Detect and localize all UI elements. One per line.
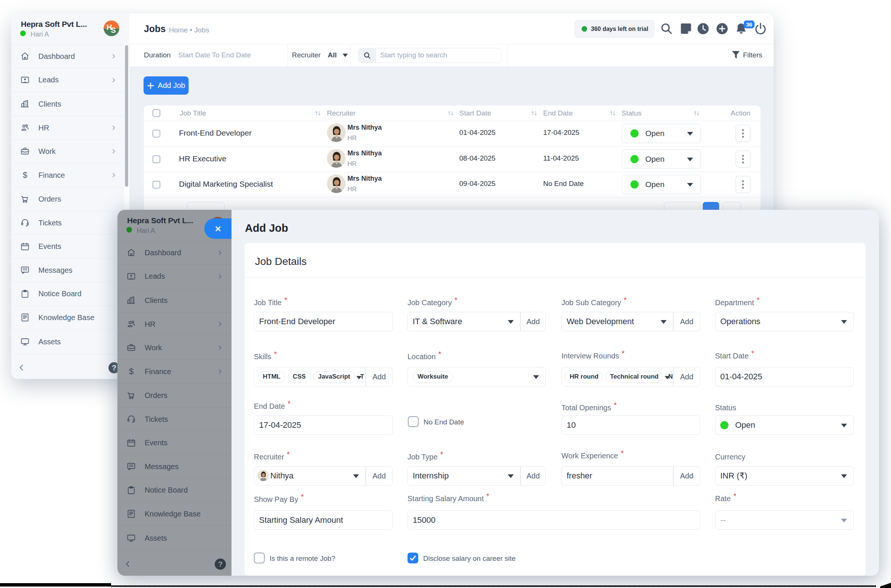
svg-text:$: $: [23, 170, 27, 180]
svg-text:S: S: [111, 26, 116, 34]
